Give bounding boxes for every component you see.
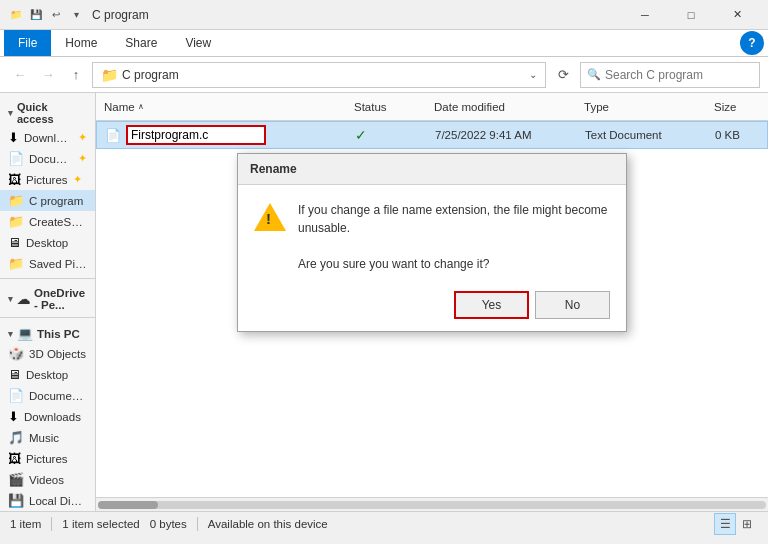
address-path[interactable]: 📁 C program ⌄	[92, 62, 546, 88]
this-pc-section[interactable]: ▾ 💻 This PC	[0, 322, 95, 343]
dialog-buttons: Yes No	[254, 285, 610, 319]
search-icon: 🔍	[587, 68, 601, 81]
tab-view[interactable]: View	[171, 30, 225, 56]
expand-arrow-icon: ▾	[8, 329, 13, 339]
sidebar-item-music[interactable]: 🎵 Music	[0, 427, 95, 448]
videos-icon: 🎬	[8, 472, 24, 487]
sidebar-item-saved-pictures[interactable]: 📁 Saved Pictur...	[0, 253, 95, 274]
back-button[interactable]: ←	[8, 63, 32, 87]
rename-dialog: Rename If you change a file name extensi…	[237, 153, 627, 332]
sidebar-label: Documer...	[29, 153, 73, 165]
cloud-icon: ☁	[17, 292, 30, 307]
dropdown-arrow-icon[interactable]: ▾	[68, 7, 84, 23]
forward-button[interactable]: →	[36, 63, 60, 87]
file-area: Name ∧ Status Date modified Type Size 📄	[96, 93, 768, 511]
undo-icon[interactable]: ↩	[48, 7, 64, 23]
sidebar-label: C program	[29, 195, 83, 207]
sidebar-item-downloads-pc[interactable]: ⬇ Downloads	[0, 406, 95, 427]
tab-share[interactable]: Share	[111, 30, 171, 56]
sidebar-item-pictures-pc[interactable]: 🖼 Pictures	[0, 448, 95, 469]
status-size: 0 bytes	[150, 518, 187, 530]
tab-home[interactable]: Home	[51, 30, 111, 56]
no-button[interactable]: No	[535, 291, 610, 319]
sidebar-label: Documents	[29, 390, 87, 402]
desktop-icon: 🖥	[8, 235, 21, 250]
download-icon: ⬇	[8, 130, 19, 145]
pictures-icon: 🖼	[8, 451, 21, 466]
this-pc-label: This PC	[37, 328, 80, 340]
maximize-button[interactable]: □	[668, 0, 714, 30]
large-icons-view-button[interactable]: ⊞	[736, 513, 758, 535]
sidebar-item-localc[interactable]: 💾 Local Disk (C...	[0, 490, 95, 511]
address-bar: ← → ↑ 📁 C program ⌄ ⟳ 🔍	[0, 57, 768, 93]
sidebar-divider	[0, 278, 95, 279]
title-bar: 📁 💾 ↩ ▾ C program ─ □ ✕	[0, 0, 768, 30]
help-button[interactable]: ?	[740, 31, 764, 55]
dialog-content: If you change a file name extension, the…	[254, 201, 610, 273]
sidebar-item-pictures[interactable]: 🖼 Pictures ✦	[0, 169, 95, 190]
sidebar-divider	[0, 317, 95, 318]
status-bar: 1 item 1 item selected 0 bytes Available…	[0, 511, 768, 535]
sidebar-label: CreateSevice...	[29, 216, 87, 228]
onedrive-section[interactable]: ▾ ☁ OneDrive - Pe...	[0, 283, 95, 313]
sidebar-label: Desktop	[26, 237, 68, 249]
search-input[interactable]	[605, 68, 753, 82]
sidebar-label: Pictures	[26, 174, 68, 186]
search-box[interactable]: 🔍	[580, 62, 760, 88]
3dobjects-icon: 🎲	[8, 346, 24, 361]
app-icon: 📁	[8, 7, 24, 23]
sidebar: ▾ Quick access ⬇ Downloa... ✦ 📄 Documer.…	[0, 93, 96, 511]
quick-access-label: Quick access	[17, 101, 87, 125]
music-icon: 🎵	[8, 430, 24, 445]
sidebar-label: Saved Pictur...	[29, 258, 87, 270]
sidebar-label: Local Disk (C...	[29, 495, 87, 507]
ribbon: File Home Share View ?	[0, 30, 768, 57]
status-count: 1 item	[10, 518, 41, 530]
pictures-icon: 🖼	[8, 172, 21, 187]
quick-access-section[interactable]: ▾ Quick access	[0, 97, 95, 127]
path-text: C program	[122, 68, 525, 82]
pin-star-icon: ✦	[78, 152, 87, 165]
window-title: C program	[92, 8, 622, 22]
dialog-title: Rename	[238, 154, 626, 185]
sidebar-label: Downloads	[24, 411, 81, 423]
sidebar-item-desktop[interactable]: 🖥 Desktop	[0, 232, 95, 253]
sidebar-item-desktop-pc[interactable]: 🖥 Desktop	[0, 364, 95, 385]
sidebar-label: 3D Objects	[29, 348, 86, 360]
path-dropdown-icon[interactable]: ⌄	[529, 69, 537, 80]
yes-button[interactable]: Yes	[454, 291, 529, 319]
sidebar-item-cprogram[interactable]: 📁 C program	[0, 190, 95, 211]
status-divider	[51, 517, 52, 531]
up-button[interactable]: ↑	[64, 63, 88, 87]
warning-triangle	[254, 203, 286, 231]
quick-save-icon[interactable]: 💾	[28, 7, 44, 23]
sidebar-label: Desktop	[26, 369, 68, 381]
close-button[interactable]: ✕	[714, 0, 760, 30]
sidebar-label: Music	[29, 432, 59, 444]
documents-icon: 📄	[8, 151, 24, 166]
documents-icon: 📄	[8, 388, 24, 403]
folder-icon: 📁	[8, 214, 24, 229]
dialog-message: If you change a file name extension, the…	[298, 201, 610, 273]
folder-icon: 📁	[8, 193, 24, 208]
details-view-button[interactable]: ☰	[714, 513, 736, 535]
view-icons: ☰ ⊞	[714, 513, 758, 535]
tab-file[interactable]: File	[4, 30, 51, 56]
status-divider2	[197, 517, 198, 531]
folder-icon: 📁	[101, 67, 118, 83]
pin-star-icon: ✦	[78, 131, 87, 144]
sidebar-item-documents-pc[interactable]: 📄 Documents	[0, 385, 95, 406]
sidebar-item-downloads[interactable]: ⬇ Downloa... ✦	[0, 127, 95, 148]
sidebar-item-createservice[interactable]: 📁 CreateSevice...	[0, 211, 95, 232]
sidebar-item-documents[interactable]: 📄 Documer... ✦	[0, 148, 95, 169]
sidebar-item-3dobjects[interactable]: 🎲 3D Objects	[0, 343, 95, 364]
pin-star-icon: ✦	[73, 173, 82, 186]
dialog-line1: If you change a file name extension, the…	[298, 201, 610, 237]
minimize-button[interactable]: ─	[622, 0, 668, 30]
computer-icon: 💻	[17, 326, 33, 341]
refresh-button[interactable]: ⟳	[550, 62, 576, 88]
disk-icon: 💾	[8, 493, 24, 508]
expand-arrow-icon: ▾	[8, 294, 13, 304]
sidebar-item-videos[interactable]: 🎬 Videos	[0, 469, 95, 490]
sidebar-label: Downloa...	[24, 132, 73, 144]
